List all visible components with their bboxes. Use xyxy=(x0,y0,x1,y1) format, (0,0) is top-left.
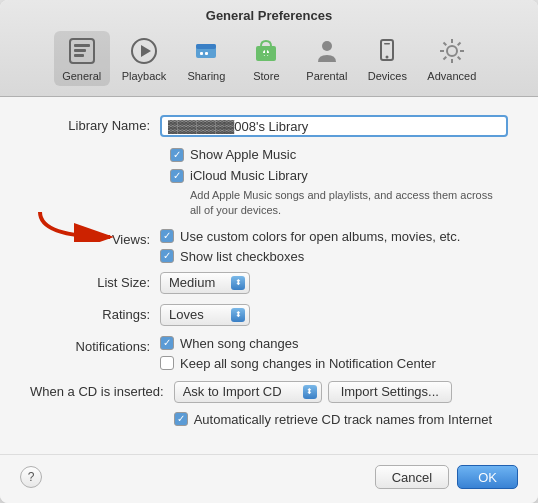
show-list-row: ✓ Show list checkboxes xyxy=(160,249,508,264)
toolbar-item-devices[interactable]: Devices xyxy=(359,31,415,86)
svg-rect-1 xyxy=(74,44,90,47)
svg-rect-17 xyxy=(384,43,390,45)
toolbar-label-general: General xyxy=(62,70,101,82)
cd-inserted-label: When a CD is inserted: xyxy=(30,381,174,399)
cancel-button[interactable]: Cancel xyxy=(375,465,449,489)
when-song-checkbox[interactable]: ✓ xyxy=(160,336,174,350)
bottom-bar: ? Cancel OK xyxy=(0,454,538,503)
icloud-music-checkbox-row: ✓ iCloud Music Library xyxy=(170,168,508,183)
ratings-select-wrapper: Stars Loves xyxy=(160,304,250,326)
store-icon xyxy=(250,35,282,67)
devices-icon xyxy=(371,35,403,67)
svg-rect-3 xyxy=(74,54,84,57)
ok-button[interactable]: OK xyxy=(457,465,518,489)
library-name-content xyxy=(160,115,508,137)
icloud-music-label: iCloud Music Library xyxy=(190,168,308,183)
sharing-icon xyxy=(190,35,222,67)
custom-colors-checkbox[interactable]: ✓ xyxy=(160,229,174,243)
title-bar: General Preferences General xyxy=(0,0,538,97)
show-list-label: Show list checkboxes xyxy=(180,249,304,264)
cd-inserted-content: Ask to Import CD Import CD Import CD and… xyxy=(174,381,508,427)
cd-action-select[interactable]: Ask to Import CD Import CD Import CD and… xyxy=(174,381,322,403)
show-apple-music-checkbox-row: ✓ Show Apple Music xyxy=(170,147,296,162)
views-content: ✓ Use custom colors for open albums, mov… xyxy=(160,229,508,264)
toolbar-item-sharing[interactable]: Sharing xyxy=(178,31,234,86)
notifications-content: ✓ When song changes Keep all song change… xyxy=(160,336,508,371)
svg-marker-5 xyxy=(141,45,151,57)
list-size-label: List Size: xyxy=(30,272,160,290)
custom-colors-label: Use custom colors for open albums, movie… xyxy=(180,229,460,244)
parental-icon xyxy=(311,35,343,67)
icloud-music-checkbox[interactable]: ✓ xyxy=(170,169,184,183)
notifications-row: Notifications: ✓ When song changes Keep … xyxy=(30,336,508,371)
auto-retrieve-checkbox[interactable]: ✓ xyxy=(174,412,188,426)
keep-all-label: Keep all song changes in Notification Ce… xyxy=(180,356,436,371)
library-name-row: Library Name: xyxy=(30,115,508,137)
svg-line-23 xyxy=(443,43,446,46)
toolbar-item-store[interactable]: Store xyxy=(238,31,294,86)
toolbar-label-playback: Playback xyxy=(122,70,167,82)
svg-point-18 xyxy=(447,46,457,56)
ratings-select[interactable]: Stars Loves xyxy=(160,304,250,326)
show-apple-music-row: ✓ Show Apple Music xyxy=(170,147,508,162)
list-size-content: Small Medium Large xyxy=(160,272,508,294)
playback-icon xyxy=(128,35,160,67)
window-title: General Preferences xyxy=(0,8,538,23)
toolbar-label-parental: Parental xyxy=(306,70,347,82)
when-song-label: When song changes xyxy=(180,336,299,351)
notifications-label: Notifications: xyxy=(30,336,160,354)
list-size-select[interactable]: Small Medium Large xyxy=(160,272,250,294)
when-song-row: ✓ When song changes xyxy=(160,336,508,351)
svg-rect-8 xyxy=(200,52,203,55)
ratings-row: Ratings: Stars Loves xyxy=(30,304,508,326)
custom-colors-row: ✓ Use custom colors for open albums, mov… xyxy=(160,229,508,244)
show-list-checkbox[interactable]: ✓ xyxy=(160,249,174,263)
icloud-music-content: ✓ iCloud Music Library Add Apple Music s… xyxy=(170,168,508,219)
toolbar-item-general[interactable]: General xyxy=(54,31,110,86)
ratings-content: Stars Loves xyxy=(160,304,508,326)
toolbar-label-sharing: Sharing xyxy=(187,70,225,82)
svg-line-26 xyxy=(443,57,446,60)
cd-inserted-row: When a CD is inserted: Ask to Import CD … xyxy=(30,381,508,427)
views-label: Views: xyxy=(30,229,160,247)
icloud-music-desc: Add Apple Music songs and playlists, and… xyxy=(190,188,508,219)
keep-all-row: Keep all song changes in Notification Ce… xyxy=(160,356,508,371)
library-name-input[interactable] xyxy=(160,115,508,137)
show-apple-music-checkbox[interactable]: ✓ xyxy=(170,148,184,162)
keep-all-checkbox[interactable] xyxy=(160,356,174,370)
toolbar-item-parental[interactable]: Parental xyxy=(298,31,355,86)
svg-rect-13 xyxy=(263,53,269,55)
ratings-dropdown-row: Stars Loves xyxy=(160,304,508,326)
list-size-dropdown-row: Small Medium Large xyxy=(160,272,508,294)
library-name-label: Library Name: xyxy=(30,115,160,133)
help-button[interactable]: ? xyxy=(20,466,42,488)
toolbar-item-playback[interactable]: Playback xyxy=(114,31,175,86)
svg-rect-7 xyxy=(196,44,216,49)
toolbar-label-advanced: Advanced xyxy=(427,70,476,82)
icloud-music-row: ✓ iCloud Music Library Add Apple Music s… xyxy=(170,168,508,219)
toolbar-label-store: Store xyxy=(253,70,279,82)
cd-action-row: Ask to Import CD Import CD Import CD and… xyxy=(174,381,508,403)
svg-point-14 xyxy=(322,41,332,51)
svg-line-25 xyxy=(458,43,461,46)
list-size-select-wrapper: Small Medium Large xyxy=(160,272,250,294)
import-settings-button[interactable]: Import Settings... xyxy=(328,381,452,403)
general-icon xyxy=(66,35,98,67)
show-apple-music-label: Show Apple Music xyxy=(190,147,296,162)
auto-retrieve-label: Automatically retrieve CD track names fr… xyxy=(194,412,492,427)
svg-rect-2 xyxy=(74,49,86,52)
preferences-window: General Preferences General xyxy=(0,0,538,503)
svg-point-16 xyxy=(386,56,389,59)
auto-retrieve-row: ✓ Automatically retrieve CD track names … xyxy=(174,412,508,427)
preferences-content: Library Name: ✓ Show Apple Music ✓ xyxy=(0,97,538,454)
advanced-icon xyxy=(436,35,468,67)
toolbar-label-devices: Devices xyxy=(368,70,407,82)
toolbar-item-advanced[interactable]: Advanced xyxy=(419,31,484,86)
svg-rect-9 xyxy=(205,52,208,55)
cd-action-select-wrapper: Ask to Import CD Import CD Import CD and… xyxy=(174,381,322,403)
views-row: Views: ✓ Use custom colors for open albu… xyxy=(30,229,508,264)
list-size-row: List Size: Small Medium Large xyxy=(30,272,508,294)
ratings-label: Ratings: xyxy=(30,304,160,322)
svg-line-24 xyxy=(458,57,461,60)
toolbar: General Playback xyxy=(0,31,538,92)
